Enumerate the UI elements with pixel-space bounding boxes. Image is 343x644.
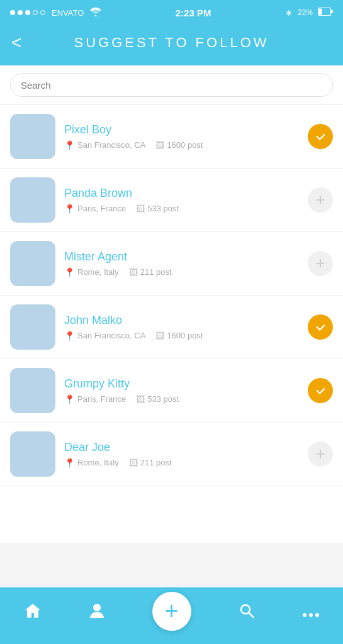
avatar — [10, 368, 55, 413]
location-icon: 📍 — [64, 458, 75, 468]
user-posts: 🖼211 post — [129, 458, 172, 468]
user-info: Grumpy Kitty📍Paris, France🖼533 post — [64, 377, 303, 404]
status-time: 2:23 PM — [176, 8, 211, 18]
battery-icon — [318, 8, 333, 18]
location-text: Rome, Italy — [77, 458, 119, 467]
user-name: Mister Agent — [64, 250, 303, 264]
svg-point-6 — [303, 613, 306, 617]
avatar — [10, 114, 55, 159]
signal-dot-3 — [25, 10, 30, 15]
signal-dot-4 — [33, 10, 38, 15]
user-posts: 🖼533 post — [136, 394, 179, 404]
status-left: ENVATO — [10, 8, 101, 18]
image-icon: 🖼 — [129, 267, 138, 277]
tab-home[interactable] — [24, 602, 42, 623]
follow-button[interactable]: + — [308, 251, 333, 276]
svg-rect-1 — [331, 10, 333, 13]
signal-dot-1 — [10, 10, 15, 15]
search-container — [0, 65, 343, 105]
user-meta: 📍Paris, France🖼533 post — [64, 394, 303, 404]
user-meta: 📍Rome, Italy🖼211 post — [64, 267, 303, 277]
location-text: Paris, France — [77, 204, 126, 213]
add-button[interactable]: + — [152, 592, 191, 631]
image-icon: 🖼 — [136, 204, 145, 214]
user-meta: 📍Paris, France🖼533 post — [64, 204, 303, 214]
location-text: San Francisco, CA — [77, 140, 145, 150]
plus-icon: + — [315, 445, 325, 462]
tab-more[interactable] — [302, 604, 320, 621]
image-icon: 🖼 — [155, 331, 164, 341]
svg-point-8 — [315, 613, 319, 617]
location-icon: 📍 — [64, 394, 75, 404]
unfollow-button[interactable] — [308, 378, 333, 403]
search-input[interactable] — [10, 73, 333, 97]
user-info: Mister Agent📍Rome, Italy🖼211 post — [64, 250, 303, 277]
user-posts: 🖼533 post — [136, 204, 179, 214]
back-button[interactable]: < — [11, 34, 21, 52]
posts-text: 533 post — [147, 394, 179, 404]
list-item: Mister Agent📍Rome, Italy🖼211 post+ — [0, 232, 343, 296]
status-bar: ENVATO 2:23 PM ∗ 22% — [0, 0, 343, 25]
user-meta: 📍Rome, Italy🖼211 post — [64, 458, 303, 468]
location-icon: 📍 — [64, 331, 75, 341]
svg-rect-2 — [319, 9, 322, 15]
user-info: John Malko📍San Francisco, CA🖼1600 post — [64, 314, 303, 341]
list-item: Pixel Boy📍San Francisco, CA🖼1600 post — [0, 105, 343, 169]
avatar — [10, 431, 55, 477]
avatar — [10, 177, 55, 223]
more-icon — [302, 604, 320, 620]
unfollow-button[interactable] — [308, 314, 333, 340]
user-info: Panda Brown📍Paris, France🖼533 post — [64, 187, 303, 214]
user-name: Pixel Boy — [64, 123, 303, 136]
svg-point-3 — [93, 604, 101, 611]
wifi-icon — [90, 8, 101, 18]
page-title: SUGGEST TO FOLLOW — [74, 35, 269, 51]
user-location: 📍Rome, Italy — [64, 458, 119, 468]
posts-text: 1600 post — [167, 140, 203, 150]
plus-icon: + — [315, 191, 325, 208]
user-location: 📍Paris, France — [64, 394, 126, 404]
svg-line-5 — [249, 613, 254, 618]
user-name: Panda Brown — [64, 187, 303, 200]
avatar — [10, 304, 55, 350]
user-name: Grumpy Kitty — [64, 377, 303, 391]
user-meta: 📍San Francisco, CA🖼1600 post — [64, 140, 303, 150]
user-meta: 📍San Francisco, CA🖼1600 post — [64, 331, 303, 341]
battery-label: 22% — [298, 8, 313, 17]
user-name: Dear Joe — [64, 441, 303, 454]
profile-icon — [89, 602, 105, 622]
posts-text: 1600 post — [167, 331, 203, 340]
avatar — [10, 241, 55, 286]
plus-icon: + — [315, 255, 325, 271]
svg-point-7 — [309, 613, 313, 617]
signal-dot-2 — [18, 10, 23, 15]
location-text: Paris, France — [77, 394, 126, 404]
location-icon: 📍 — [64, 204, 75, 214]
user-posts: 🖼1600 post — [155, 331, 203, 341]
list-item: Panda Brown📍Paris, France🖼533 post+ — [0, 169, 343, 232]
user-location: 📍San Francisco, CA — [64, 331, 145, 341]
svg-point-4 — [241, 605, 250, 614]
header: < SUGGEST TO FOLLOW — [0, 25, 343, 65]
user-location: 📍Paris, France — [64, 204, 126, 214]
follow-button[interactable]: + — [308, 441, 333, 467]
image-icon: 🖼 — [136, 394, 145, 404]
location-text: San Francisco, CA — [77, 331, 145, 340]
status-right: ∗ 22% — [285, 8, 333, 18]
follow-button[interactable]: + — [308, 187, 333, 213]
unfollow-button[interactable] — [308, 124, 333, 149]
location-icon: 📍 — [64, 267, 75, 277]
posts-text: 211 post — [140, 267, 172, 277]
user-posts: 🖼1600 post — [155, 140, 203, 150]
list-item: John Malko📍San Francisco, CA🖼1600 post — [0, 296, 343, 359]
list-item: Grumpy Kitty📍Paris, France🖼533 post — [0, 359, 343, 423]
posts-text: 533 post — [147, 204, 179, 213]
search-icon — [239, 602, 255, 621]
tab-profile[interactable] — [89, 602, 105, 623]
tab-bar: + — [0, 587, 343, 644]
signal-dot-5 — [40, 10, 45, 15]
add-icon: + — [164, 599, 178, 623]
tab-search[interactable] — [239, 602, 255, 623]
image-icon: 🖼 — [129, 458, 138, 468]
bluetooth-icon: ∗ — [285, 8, 293, 18]
